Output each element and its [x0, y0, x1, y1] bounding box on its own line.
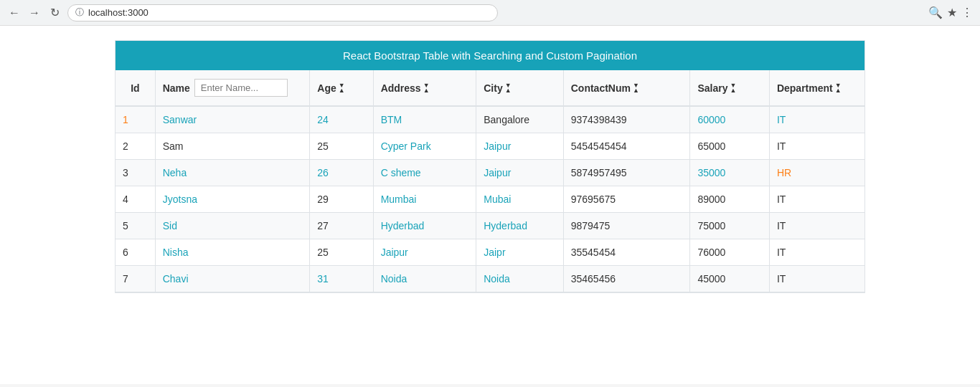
- table-row: 4Jyotsna29MumbaiMubai9769567589000IT: [116, 186, 864, 213]
- table-cell: Jaipur: [476, 160, 564, 186]
- sort-up-icon: ▲: [423, 88, 430, 92]
- sort-up-icon: ▲: [505, 88, 512, 92]
- menu-icon[interactable]: ⋮: [961, 6, 973, 19]
- sort-up-icon: ▲: [835, 88, 842, 92]
- table-row: 2Sam25Cyper ParkJaipur545454545465000IT: [116, 133, 864, 160]
- table-cell: HR: [769, 160, 864, 186]
- table-cell: Chavi: [155, 266, 310, 292]
- name-search-input[interactable]: [194, 79, 288, 97]
- th-salary-label: Salary: [697, 82, 727, 94]
- table-cell: Nisha: [155, 239, 310, 266]
- table-cell: Jyotsna: [155, 186, 310, 213]
- browser-toolbar: ← → ↻ ⓘ localhost:3000 🔍 ★ ⋮: [0, 0, 980, 26]
- table-cell: 1: [116, 106, 155, 133]
- th-name: Name: [155, 70, 310, 106]
- table-cell: 35545454: [563, 239, 690, 266]
- table-cell: 75000: [690, 213, 769, 239]
- th-address[interactable]: Address ▼ ▲: [373, 70, 476, 106]
- th-city-inner: City ▼ ▲: [484, 82, 556, 94]
- sort-up-icon: ▲: [339, 88, 345, 92]
- table-cell: 29: [310, 186, 373, 213]
- secure-icon: ⓘ: [75, 6, 84, 19]
- table-cell: Jaipur: [476, 133, 564, 160]
- table-cell: 35465456: [563, 266, 690, 292]
- dept-sort-arrows: ▼ ▲: [835, 83, 842, 92]
- table-cell: Hyderbad: [476, 213, 564, 239]
- table-row: 3Neha26C shemeJaipur587495749535000HR: [116, 160, 864, 186]
- th-age[interactable]: Age ▼ ▲: [310, 70, 373, 106]
- table-cell: 7: [116, 266, 155, 292]
- forward-button[interactable]: →: [27, 6, 42, 20]
- th-city[interactable]: City ▼ ▲: [476, 70, 564, 106]
- th-salary[interactable]: Salary ▼ ▲: [690, 70, 769, 106]
- th-department[interactable]: Department ▼ ▲: [769, 70, 864, 106]
- sort-up-icon: ▲: [633, 88, 639, 92]
- table-cell: Sanwar: [155, 106, 310, 133]
- table-row: 5Sid27HyderbadHyderbad987947575000IT: [116, 213, 864, 239]
- table-cell: 5454545454: [563, 133, 690, 160]
- table-cell: Bangalore: [476, 106, 564, 133]
- age-sort-arrows: ▼ ▲: [339, 83, 345, 92]
- table-cell: Jaipur: [373, 239, 476, 266]
- table-cell: 35000: [690, 160, 769, 186]
- th-contact[interactable]: ContactNum ▼ ▲: [563, 70, 690, 106]
- table-cell: Sid: [155, 213, 310, 239]
- url-text: localhost:3000: [88, 7, 149, 18]
- th-id: Id: [116, 70, 155, 106]
- th-address-label: Address: [381, 82, 421, 94]
- table-title: React Bootstrap Table with Searching and…: [116, 41, 864, 70]
- contact-sort-arrows: ▼ ▲: [633, 83, 639, 92]
- th-id-label: Id: [131, 82, 139, 94]
- table-cell: BTM: [373, 106, 476, 133]
- address-bar[interactable]: ⓘ localhost:3000: [67, 4, 498, 22]
- table-cell: 76000: [690, 239, 769, 266]
- table-row: 1Sanwar24BTMBangalore937439843960000IT: [116, 106, 864, 133]
- th-name-inner: Name: [163, 79, 303, 97]
- th-department-label: Department: [777, 82, 833, 94]
- table-cell: 60000: [690, 106, 769, 133]
- table-cell: 9879475: [563, 213, 690, 239]
- table-cell: 27: [310, 213, 373, 239]
- table-cell: IT: [769, 133, 864, 160]
- table-cell: 31: [310, 266, 373, 292]
- table-cell: Hyderbad: [373, 213, 476, 239]
- table-cell: 2: [116, 133, 155, 160]
- table-cell: Mumbai: [373, 186, 476, 213]
- th-city-label: City: [484, 82, 502, 94]
- th-salary-inner: Salary ▼ ▲: [697, 82, 761, 94]
- table-row: 7Chavi31NoidaNoida3546545645000IT: [116, 266, 864, 292]
- table-row: 6Nisha25JaipurJaipr3554545476000IT: [116, 239, 864, 266]
- table-cell: 25: [310, 239, 373, 266]
- table-cell: IT: [769, 239, 864, 266]
- salary-sort-arrows: ▼ ▲: [730, 83, 737, 92]
- refresh-button[interactable]: ↻: [47, 6, 62, 20]
- page-content: React Bootstrap Table with Searching and…: [0, 26, 980, 384]
- table-cell: C sheme: [373, 160, 476, 186]
- table-cell: 4: [116, 186, 155, 213]
- table-cell: Sam: [155, 133, 310, 160]
- table-cell: 25: [310, 133, 373, 160]
- table-body: 1Sanwar24BTMBangalore937439843960000IT2S…: [116, 106, 864, 292]
- table-cell: Noida: [476, 266, 564, 292]
- table-cell: IT: [769, 186, 864, 213]
- table-cell: Jaipr: [476, 239, 564, 266]
- th-department-inner: Department ▼ ▲: [777, 82, 857, 94]
- table-cell: 5: [116, 213, 155, 239]
- bookmark-icon[interactable]: ★: [947, 6, 957, 19]
- th-age-inner: Age ▼ ▲: [317, 82, 365, 94]
- table-cell: 65000: [690, 133, 769, 160]
- zoom-icon[interactable]: 🔍: [928, 6, 943, 19]
- table-cell: 3: [116, 160, 155, 186]
- table-cell: Neha: [155, 160, 310, 186]
- city-sort-arrows: ▼ ▲: [505, 83, 512, 92]
- table-cell: 5874957495: [563, 160, 690, 186]
- th-address-inner: Address ▼ ▲: [381, 82, 469, 94]
- table-cell: Noida: [373, 266, 476, 292]
- back-button[interactable]: ←: [7, 6, 22, 20]
- table-cell: 9374398439: [563, 106, 690, 133]
- table-cell: 97695675: [563, 186, 690, 213]
- table-cell: 26: [310, 160, 373, 186]
- table-cell: Cyper Park: [373, 133, 476, 160]
- table-cell: Mubai: [476, 186, 564, 213]
- sort-up-icon: ▲: [730, 88, 737, 92]
